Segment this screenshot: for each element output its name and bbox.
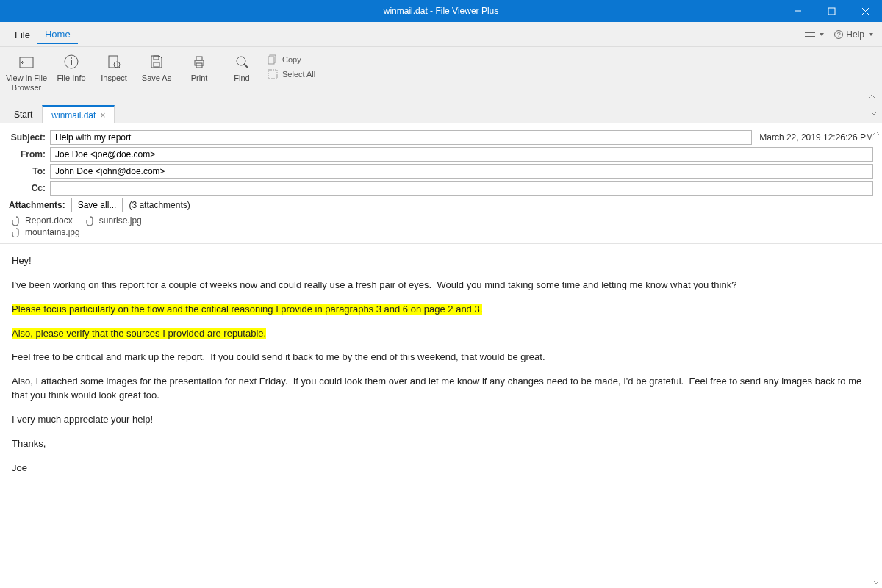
- highlighted-text: Also, please verify that the sources I p…: [12, 328, 266, 339]
- attachment-count: (3 attachments): [129, 200, 190, 210]
- body-line: I very much appreciate your help!: [12, 413, 870, 427]
- svg-rect-1: [828, 8, 835, 15]
- body-line: Feel free to be critical and mark up the…: [12, 351, 870, 365]
- ribbon-label: Inspect: [101, 74, 126, 83]
- body-line: Hey!: [12, 254, 870, 268]
- body-line: Joe: [12, 462, 870, 476]
- attachment-item[interactable]: sunrise.jpg: [86, 215, 142, 226]
- ribbon-separator: [323, 51, 323, 100]
- ribbon-label: View in File Browser: [6, 74, 47, 93]
- magnifier-icon: [234, 51, 250, 72]
- copy-icon: [268, 54, 278, 65]
- attachment-name: mountains.jpg: [25, 227, 80, 237]
- mail-body: Hey! I've been working on this report fo…: [0, 244, 882, 567]
- select-all-button[interactable]: Select All: [268, 69, 315, 79]
- minimize-icon: [794, 7, 802, 15]
- to-field[interactable]: [50, 164, 873, 179]
- folder-arrow-icon: [18, 51, 35, 72]
- chevron-down-icon: [820, 33, 824, 36]
- tab-label: winmail.dat: [51, 110, 96, 121]
- body-line: Also, I attached some images for the pre…: [12, 375, 870, 403]
- ribbon-toolbar: View in File Browser File Info Inspect S…: [0, 47, 882, 104]
- tab-overflow-button[interactable]: [870, 109, 878, 119]
- inspect-button[interactable]: Inspect: [93, 50, 135, 83]
- svg-rect-20: [268, 70, 277, 79]
- file-info-button[interactable]: File Info: [50, 50, 93, 83]
- svg-line-17: [244, 64, 248, 68]
- svg-rect-19: [268, 57, 274, 64]
- save-as-button[interactable]: Save As: [135, 50, 178, 83]
- menu-bar: File Home ? Help: [0, 22, 882, 47]
- view-options-button[interactable]: [805, 30, 824, 39]
- body-line: I've been working on this report for a c…: [12, 279, 870, 293]
- printer-icon: [191, 51, 207, 72]
- body-line: Thanks,: [12, 437, 870, 451]
- scroll-down-button[interactable]: [870, 576, 882, 588]
- save-all-button[interactable]: Save all...: [71, 198, 123, 212]
- title-bar: winmail.dat - File Viewer Plus: [0, 0, 882, 22]
- attachment-item[interactable]: Report.docx: [12, 215, 73, 226]
- paperclip-icon: [12, 227, 22, 237]
- from-label: From:: [9, 149, 50, 159]
- svg-line-10: [119, 67, 121, 69]
- inspect-icon: [106, 51, 122, 72]
- vertical-scrollbar[interactable]: [870, 127, 882, 588]
- ribbon-label: Copy: [282, 55, 301, 64]
- maximize-button[interactable]: [814, 0, 848, 22]
- body-line: Please focus particularly on the flow an…: [12, 303, 870, 317]
- print-button[interactable]: Print: [178, 50, 220, 83]
- ribbon-label: Find: [234, 74, 249, 83]
- to-label: To:: [9, 166, 50, 176]
- from-field[interactable]: [50, 147, 873, 162]
- ribbon-label: Print: [191, 74, 208, 83]
- attachment-item[interactable]: mountains.jpg: [12, 227, 80, 237]
- subject-field[interactable]: [50, 130, 752, 145]
- scroll-up-button[interactable]: [870, 127, 882, 139]
- ribbon-label: Save As: [142, 74, 171, 83]
- close-button[interactable]: [848, 0, 882, 22]
- view-in-file-browser-button[interactable]: View in File Browser: [3, 50, 50, 93]
- date-label: March 22, 2019 12:26:26 PM: [759, 132, 873, 143]
- chevron-up-icon: [867, 92, 876, 101]
- collapse-ribbon-button[interactable]: [867, 92, 878, 102]
- maximize-icon: [828, 7, 836, 15]
- cc-field[interactable]: [50, 181, 873, 196]
- menu-file[interactable]: File: [7, 25, 37, 43]
- chevron-down-icon: [872, 578, 880, 586]
- svg-line-2: [862, 8, 869, 15]
- help-label: Help: [846, 29, 864, 40]
- sliders-icon: [805, 30, 815, 39]
- tab-close-button[interactable]: ×: [100, 110, 105, 121]
- body-line: Also, please verify that the sources I p…: [12, 327, 870, 341]
- window-title: winmail.dat - File Viewer Plus: [384, 6, 499, 16]
- attachment-name: Report.docx: [25, 215, 73, 226]
- document-tab-strip: Start winmail.dat ×: [0, 104, 882, 123]
- help-button[interactable]: ? Help: [834, 29, 873, 40]
- chevron-down-icon: [869, 33, 873, 36]
- tab-label: Start: [14, 110, 32, 120]
- minimize-button[interactable]: [781, 0, 814, 22]
- svg-rect-12: [154, 56, 159, 60]
- chevron-down-icon: [870, 110, 878, 117]
- svg-rect-11: [154, 62, 159, 67]
- ribbon-label: Select All: [282, 70, 315, 79]
- menu-home[interactable]: Home: [37, 24, 78, 44]
- select-all-icon: [268, 69, 278, 79]
- tab-start[interactable]: Start: [4, 105, 42, 123]
- close-icon: [861, 7, 870, 15]
- cc-label: Cc:: [9, 183, 50, 193]
- tab-file[interactable]: winmail.dat ×: [42, 105, 115, 123]
- svg-point-9: [114, 62, 120, 68]
- chevron-up-icon: [872, 129, 880, 137]
- find-button[interactable]: Find: [220, 50, 263, 83]
- ribbon-label: File Info: [57, 74, 85, 83]
- copy-button[interactable]: Copy: [268, 54, 315, 65]
- help-icon: ?: [834, 30, 843, 39]
- svg-rect-14: [196, 57, 202, 60]
- info-icon: [63, 51, 79, 72]
- svg-line-3: [862, 8, 869, 15]
- subject-label: Subject:: [9, 132, 50, 143]
- floppy-icon: [148, 51, 165, 72]
- attachments-label: Attachments:: [9, 200, 65, 210]
- mail-header-panel: Subject: March 22, 2019 12:26:26 PM From…: [0, 123, 882, 244]
